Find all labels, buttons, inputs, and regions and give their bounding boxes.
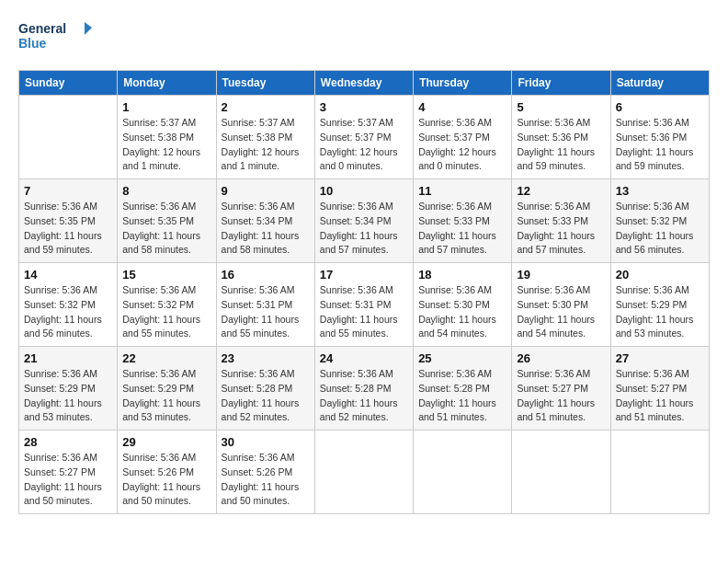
header-row: SundayMondayTuesdayWednesdayThursdayFrid… bbox=[19, 71, 710, 96]
week-row-3: 14Sunrise: 5:36 AM Sunset: 5:32 PM Dayli… bbox=[19, 263, 710, 347]
day-number: 17 bbox=[320, 268, 408, 282]
header-cell-thursday: Thursday bbox=[414, 71, 512, 96]
day-info: Sunrise: 5:36 AM Sunset: 5:27 PM Dayligh… bbox=[517, 367, 605, 425]
day-info: Sunrise: 5:36 AM Sunset: 5:27 PM Dayligh… bbox=[616, 367, 704, 425]
day-cell: 11Sunrise: 5:36 AM Sunset: 5:33 PM Dayli… bbox=[414, 179, 512, 263]
day-info: Sunrise: 5:36 AM Sunset: 5:36 PM Dayligh… bbox=[616, 116, 704, 174]
day-number: 22 bbox=[122, 351, 210, 365]
day-number: 20 bbox=[616, 268, 704, 282]
day-info: Sunrise: 5:36 AM Sunset: 5:34 PM Dayligh… bbox=[222, 200, 310, 258]
day-cell: 1Sunrise: 5:37 AM Sunset: 5:38 PM Daylig… bbox=[118, 96, 216, 179]
week-row-2: 7Sunrise: 5:36 AM Sunset: 5:35 PM Daylig… bbox=[19, 179, 710, 263]
day-info: Sunrise: 5:37 AM Sunset: 5:37 PM Dayligh… bbox=[320, 116, 408, 174]
day-number: 19 bbox=[517, 268, 605, 282]
day-info: Sunrise: 5:36 AM Sunset: 5:36 PM Dayligh… bbox=[517, 116, 605, 174]
day-info: Sunrise: 5:36 AM Sunset: 5:31 PM Dayligh… bbox=[222, 283, 310, 341]
header-cell-wednesday: Wednesday bbox=[314, 71, 413, 96]
day-number: 28 bbox=[24, 435, 112, 449]
day-number: 10 bbox=[320, 184, 408, 198]
svg-text:Blue: Blue bbox=[18, 36, 47, 51]
day-number: 24 bbox=[320, 351, 408, 365]
day-cell: 28Sunrise: 5:36 AM Sunset: 5:27 PM Dayli… bbox=[19, 431, 118, 514]
day-info: Sunrise: 5:36 AM Sunset: 5:32 PM Dayligh… bbox=[24, 283, 112, 341]
day-info: Sunrise: 5:37 AM Sunset: 5:38 PM Dayligh… bbox=[222, 116, 310, 174]
header-cell-tuesday: Tuesday bbox=[216, 71, 314, 96]
day-cell: 23Sunrise: 5:36 AM Sunset: 5:28 PM Dayli… bbox=[216, 347, 314, 431]
day-info: Sunrise: 5:36 AM Sunset: 5:28 PM Dayligh… bbox=[320, 367, 408, 425]
day-number: 3 bbox=[320, 100, 408, 114]
day-number: 5 bbox=[517, 100, 605, 114]
day-number: 12 bbox=[517, 184, 605, 198]
day-cell: 4Sunrise: 5:36 AM Sunset: 5:37 PM Daylig… bbox=[414, 96, 512, 179]
header-cell-saturday: Saturday bbox=[610, 71, 709, 96]
day-cell bbox=[414, 431, 512, 514]
day-cell bbox=[512, 431, 610, 514]
day-number: 2 bbox=[222, 100, 310, 114]
week-row-5: 28Sunrise: 5:36 AM Sunset: 5:27 PM Dayli… bbox=[19, 431, 710, 514]
day-cell: 20Sunrise: 5:36 AM Sunset: 5:29 PM Dayli… bbox=[610, 263, 709, 347]
day-number: 21 bbox=[24, 351, 112, 365]
day-cell: 24Sunrise: 5:36 AM Sunset: 5:28 PM Dayli… bbox=[314, 347, 413, 431]
day-number: 27 bbox=[616, 351, 704, 365]
day-number: 4 bbox=[418, 100, 506, 114]
day-cell: 2Sunrise: 5:37 AM Sunset: 5:38 PM Daylig… bbox=[216, 96, 314, 179]
day-cell: 7Sunrise: 5:36 AM Sunset: 5:35 PM Daylig… bbox=[19, 179, 118, 263]
day-info: Sunrise: 5:36 AM Sunset: 5:31 PM Dayligh… bbox=[320, 283, 408, 341]
day-cell: 21Sunrise: 5:36 AM Sunset: 5:29 PM Dayli… bbox=[19, 347, 118, 431]
day-info: Sunrise: 5:36 AM Sunset: 5:26 PM Dayligh… bbox=[122, 451, 210, 509]
day-info: Sunrise: 5:36 AM Sunset: 5:29 PM Dayligh… bbox=[24, 367, 112, 425]
week-row-4: 21Sunrise: 5:36 AM Sunset: 5:29 PM Dayli… bbox=[19, 347, 710, 431]
day-number: 25 bbox=[418, 351, 506, 365]
day-cell: 12Sunrise: 5:36 AM Sunset: 5:33 PM Dayli… bbox=[512, 179, 610, 263]
day-number: 26 bbox=[517, 351, 605, 365]
day-info: Sunrise: 5:36 AM Sunset: 5:33 PM Dayligh… bbox=[418, 200, 506, 258]
day-info: Sunrise: 5:36 AM Sunset: 5:30 PM Dayligh… bbox=[418, 283, 506, 341]
day-number: 14 bbox=[24, 268, 112, 282]
day-info: Sunrise: 5:36 AM Sunset: 5:33 PM Dayligh… bbox=[517, 200, 605, 258]
day-cell: 19Sunrise: 5:36 AM Sunset: 5:30 PM Dayli… bbox=[512, 263, 610, 347]
day-number: 7 bbox=[24, 184, 112, 198]
day-number: 29 bbox=[122, 435, 210, 449]
day-info: Sunrise: 5:36 AM Sunset: 5:32 PM Dayligh… bbox=[122, 283, 210, 341]
day-number: 8 bbox=[122, 184, 210, 198]
day-info: Sunrise: 5:36 AM Sunset: 5:35 PM Dayligh… bbox=[24, 200, 112, 258]
day-cell: 27Sunrise: 5:36 AM Sunset: 5:27 PM Dayli… bbox=[610, 347, 709, 431]
day-info: Sunrise: 5:36 AM Sunset: 5:35 PM Dayligh… bbox=[122, 200, 210, 258]
day-cell bbox=[314, 431, 413, 514]
day-cell: 30Sunrise: 5:36 AM Sunset: 5:26 PM Dayli… bbox=[216, 431, 314, 514]
day-cell: 16Sunrise: 5:36 AM Sunset: 5:31 PM Dayli… bbox=[216, 263, 314, 347]
day-cell: 14Sunrise: 5:36 AM Sunset: 5:32 PM Dayli… bbox=[19, 263, 118, 347]
day-cell: 18Sunrise: 5:36 AM Sunset: 5:30 PM Dayli… bbox=[414, 263, 512, 347]
page-header: General Blue bbox=[18, 18, 710, 55]
day-info: Sunrise: 5:36 AM Sunset: 5:37 PM Dayligh… bbox=[418, 116, 506, 174]
calendar-table: SundayMondayTuesdayWednesdayThursdayFrid… bbox=[18, 70, 710, 514]
day-info: Sunrise: 5:36 AM Sunset: 5:28 PM Dayligh… bbox=[418, 367, 506, 425]
day-cell bbox=[610, 431, 709, 514]
day-cell: 26Sunrise: 5:36 AM Sunset: 5:27 PM Dayli… bbox=[512, 347, 610, 431]
day-number: 11 bbox=[418, 184, 506, 198]
day-number: 13 bbox=[616, 184, 704, 198]
day-cell: 8Sunrise: 5:36 AM Sunset: 5:35 PM Daylig… bbox=[118, 179, 216, 263]
day-cell: 17Sunrise: 5:36 AM Sunset: 5:31 PM Dayli… bbox=[314, 263, 413, 347]
day-cell: 6Sunrise: 5:36 AM Sunset: 5:36 PM Daylig… bbox=[610, 96, 709, 179]
day-info: Sunrise: 5:36 AM Sunset: 5:26 PM Dayligh… bbox=[222, 451, 310, 509]
day-number: 16 bbox=[222, 268, 310, 282]
day-cell: 10Sunrise: 5:36 AM Sunset: 5:34 PM Dayli… bbox=[314, 179, 413, 263]
svg-text:General: General bbox=[18, 21, 66, 36]
svg-marker-2 bbox=[85, 22, 92, 35]
day-cell: 9Sunrise: 5:36 AM Sunset: 5:34 PM Daylig… bbox=[216, 179, 314, 263]
day-cell bbox=[19, 96, 118, 179]
day-info: Sunrise: 5:36 AM Sunset: 5:29 PM Dayligh… bbox=[122, 367, 210, 425]
day-number: 1 bbox=[122, 100, 210, 114]
day-cell: 22Sunrise: 5:36 AM Sunset: 5:29 PM Dayli… bbox=[118, 347, 216, 431]
day-cell: 15Sunrise: 5:36 AM Sunset: 5:32 PM Dayli… bbox=[118, 263, 216, 347]
week-row-1: 1Sunrise: 5:37 AM Sunset: 5:38 PM Daylig… bbox=[19, 96, 710, 179]
logo-svg: General Blue bbox=[18, 18, 92, 55]
day-cell: 13Sunrise: 5:36 AM Sunset: 5:32 PM Dayli… bbox=[610, 179, 709, 263]
day-cell: 5Sunrise: 5:36 AM Sunset: 5:36 PM Daylig… bbox=[512, 96, 610, 179]
day-info: Sunrise: 5:36 AM Sunset: 5:28 PM Dayligh… bbox=[222, 367, 310, 425]
day-info: Sunrise: 5:37 AM Sunset: 5:38 PM Dayligh… bbox=[122, 116, 210, 174]
header-cell-sunday: Sunday bbox=[19, 71, 118, 96]
day-number: 9 bbox=[222, 184, 310, 198]
day-number: 18 bbox=[418, 268, 506, 282]
